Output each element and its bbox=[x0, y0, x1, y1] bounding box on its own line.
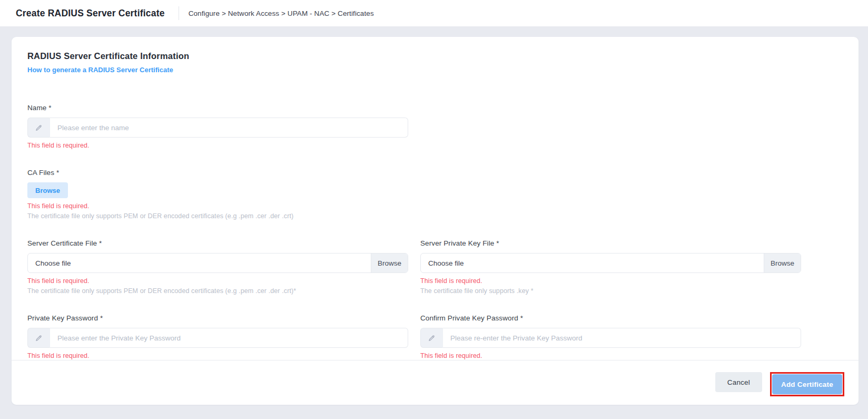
form-footer: Cancel Add Certificate bbox=[12, 360, 859, 405]
server-cert-field-group: Server Certificate File * Choose file Br… bbox=[27, 239, 408, 295]
ca-files-error: This field is required. bbox=[27, 202, 408, 210]
server-key-helper: The certificate file only supports .key … bbox=[420, 287, 801, 295]
password-input[interactable] bbox=[50, 328, 408, 348]
top-bar: Create RADIUS Server Certificate Configu… bbox=[0, 0, 868, 26]
add-certificate-button[interactable]: Add Certificate bbox=[772, 374, 842, 394]
pencil-icon bbox=[27, 328, 50, 348]
certificate-form-card: RADIUS Server Certificate Information Ho… bbox=[12, 37, 859, 405]
ca-files-field-group: CA Files * Browse This field is required… bbox=[27, 169, 408, 220]
password-field-group: Private Key Password * This field is req… bbox=[27, 314, 408, 359]
server-cert-helper: The certificate file only supports PEM o… bbox=[27, 287, 408, 295]
confirm-password-error: This field is required. bbox=[420, 352, 801, 359]
ca-files-browse-button[interactable]: Browse bbox=[27, 182, 68, 198]
title-breadcrumb-divider bbox=[179, 6, 179, 20]
password-input-group bbox=[27, 328, 408, 348]
name-field-group: Name * This field is required. bbox=[27, 104, 408, 149]
server-cert-label: Server Certificate File * bbox=[27, 239, 408, 247]
password-error: This field is required. bbox=[27, 352, 408, 359]
confirm-password-field-group: Confirm Private Key Password * This fiel… bbox=[420, 314, 801, 359]
pencil-icon bbox=[420, 328, 442, 348]
server-cert-error: This field is required. bbox=[27, 277, 408, 285]
certificate-form: Name * This field is required. CA Files … bbox=[27, 104, 843, 360]
breadcrumb[interactable]: Configure > Network Access > UPAM - NAC … bbox=[189, 9, 374, 17]
server-key-browse-button[interactable]: Browse bbox=[764, 254, 801, 272]
server-key-label: Server Private Key File * bbox=[420, 239, 801, 247]
card-body: RADIUS Server Certificate Information Ho… bbox=[12, 37, 859, 360]
page-title: Create RADIUS Server Certificate bbox=[16, 8, 165, 19]
how-to-generate-link[interactable]: How to generate a RADIUS Server Certific… bbox=[27, 66, 173, 74]
name-error: This field is required. bbox=[27, 142, 408, 149]
confirm-password-input[interactable] bbox=[442, 328, 801, 348]
server-cert-file-text: Choose file bbox=[28, 254, 371, 272]
server-key-error: This field is required. bbox=[420, 277, 801, 285]
name-input-group bbox=[27, 118, 408, 138]
ca-files-helper: The certificate file only supports PEM o… bbox=[27, 212, 408, 220]
server-key-file-text: Choose file bbox=[421, 254, 764, 272]
server-cert-file-input[interactable]: Choose file Browse bbox=[27, 253, 408, 273]
confirm-password-label: Confirm Private Key Password * bbox=[420, 314, 801, 322]
server-key-field-group: Server Private Key File * Choose file Br… bbox=[420, 239, 801, 295]
cancel-button[interactable]: Cancel bbox=[715, 372, 762, 392]
name-label: Name * bbox=[27, 104, 408, 112]
click-target-annotation: Add Certificate bbox=[770, 372, 844, 396]
server-key-file-input[interactable]: Choose file Browse bbox=[420, 253, 801, 273]
pencil-icon bbox=[27, 118, 50, 138]
password-label: Private Key Password * bbox=[27, 314, 408, 322]
ca-files-label: CA Files * bbox=[27, 169, 408, 177]
name-input[interactable] bbox=[50, 118, 408, 138]
server-cert-browse-button[interactable]: Browse bbox=[371, 254, 408, 272]
card-title: RADIUS Server Certificate Information bbox=[27, 51, 843, 61]
confirm-password-input-group bbox=[420, 328, 801, 348]
